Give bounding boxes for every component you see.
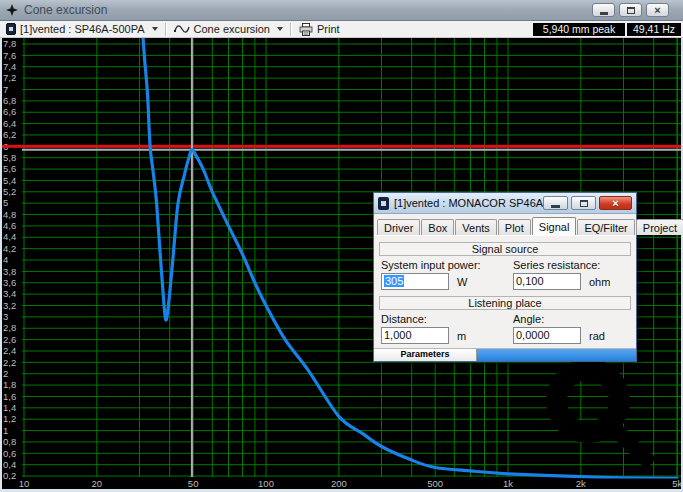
y-tick-label: 6,8 <box>3 95 16 106</box>
y-tick-label: 7,6 <box>3 50 16 61</box>
y-tick-label: 6,4 <box>3 118 16 129</box>
y-tick-label: 3,4 <box>3 288 16 299</box>
minimize-icon <box>551 205 560 208</box>
x-tick-label: 20 <box>92 478 103 489</box>
tab-eq-filter[interactable]: EQ/Filter <box>577 219 634 235</box>
y-tick-label: 7,4 <box>3 61 16 72</box>
dialog-titlebar[interactable]: [1]vented : MONACOR SP46A-500PA × <box>374 193 636 214</box>
y-tick-label: 0,4 <box>3 459 16 470</box>
dialog-title: [1]vented : MONACOR SP46A-500PA <box>394 197 543 209</box>
distance-field[interactable]: 1,000 <box>381 327 449 344</box>
parameters-tab[interactable]: Parameters <box>374 349 477 361</box>
y-tick-label: 4,8 <box>3 209 16 220</box>
dialog-maximize-button[interactable] <box>571 196 596 210</box>
y-tick-label: 4,4 <box>3 231 16 242</box>
x-tick-label: 10 <box>19 478 30 489</box>
x-tick-label: 50 <box>188 478 199 489</box>
y-tick-label: 5,6 <box>3 163 16 174</box>
dialog-bottom-bar: Parameters <box>374 348 636 361</box>
dialog-icon <box>378 197 389 210</box>
y-tick-label: 1,6 <box>3 391 16 402</box>
tab-project[interactable]: Project <box>636 219 683 235</box>
y-tick-label: 1,2 <box>3 413 16 424</box>
y-tick-label: 4 <box>3 254 8 265</box>
system-input-power-value: 305 <box>384 275 404 287</box>
y-tick-label: 1,4 <box>3 402 16 413</box>
y-tick-label: 7 <box>3 84 8 95</box>
excursion-limit-line <box>2 145 681 148</box>
power-unit-label: W <box>457 276 467 288</box>
y-tick-label: 5 <box>3 197 8 208</box>
system-input-power-label: System input power: <box>381 259 481 271</box>
x-tick-label: 500 <box>427 478 443 489</box>
tab-vents[interactable]: Vents <box>455 219 497 235</box>
x-tick-label: 1k <box>503 478 513 489</box>
y-tick-label: 7,2 <box>3 72 16 83</box>
x-tick-label: 200 <box>331 478 347 489</box>
y-tick-label: 2,2 <box>3 357 16 368</box>
y-tick-label: 2,4 <box>3 345 16 356</box>
y-tick-label: 0,8 <box>3 436 16 447</box>
y-tick-label: 0,6 <box>3 448 16 459</box>
signal-dialog: [1]vented : MONACOR SP46A-500PA × Driver… <box>373 192 637 362</box>
dialog-body: Signal source System input power: Series… <box>374 235 636 348</box>
system-input-power-field[interactable]: 305 <box>381 273 449 290</box>
y-tick-label: 5,4 <box>3 175 16 186</box>
series-resistance-label: Series resistance: <box>513 259 600 271</box>
dialog-close-button[interactable]: × <box>599 196 632 210</box>
series-resistance-field[interactable]: 0,100 <box>513 273 581 290</box>
y-tick-label: 5,8 <box>3 152 16 163</box>
y-tick-label: 7,8 <box>3 38 16 49</box>
window-border-left <box>0 38 2 492</box>
y-tick-label: 1,8 <box>3 379 16 390</box>
tab-driver[interactable]: Driver <box>377 219 420 235</box>
y-tick-label: 3,8 <box>3 266 16 277</box>
cursor-vertical-line <box>191 38 193 477</box>
tab-signal[interactable]: Signal <box>532 217 577 235</box>
cone-excursion-window: 0,20,40,60,811,21,41,61,822,22,42,62,833… <box>0 0 683 492</box>
tab-plot[interactable]: Plot <box>498 219 531 235</box>
angle-field[interactable]: 0,0000 <box>513 327 581 344</box>
y-tick-label: 6,6 <box>3 106 16 117</box>
tab-box[interactable]: Box <box>421 219 454 235</box>
y-tick-label: 2,6 <box>3 334 16 345</box>
distance-unit-label: m <box>457 330 466 342</box>
x-tick-label: 2k <box>576 478 586 489</box>
dialog-minimize-button[interactable] <box>543 196 568 210</box>
y-tick-label: 2 <box>3 368 8 379</box>
y-tick-label: 0,2 <box>3 470 16 481</box>
bottom-progress-bar <box>477 349 636 361</box>
angle-label: Angle: <box>513 313 544 325</box>
dialog-tab-strip: Driver Box Vents Plot Signal EQ/Filter P… <box>374 214 636 235</box>
angle-unit-label: rad <box>589 330 605 342</box>
close-icon: × <box>612 198 618 208</box>
cursor-horizontal-line <box>22 149 681 151</box>
maximize-icon <box>580 200 588 207</box>
y-tick-label: 3,2 <box>3 300 16 311</box>
y-tick-label: 4,2 <box>3 243 16 254</box>
y-tick-label: 4,6 <box>3 220 16 231</box>
group-header-signal-source: Signal source <box>379 242 631 256</box>
y-tick-label: 3 <box>3 311 8 322</box>
resistance-unit-label: ohm <box>589 276 610 288</box>
y-tick-label: 1 <box>3 425 8 436</box>
y-tick-label: 3,6 <box>3 277 16 288</box>
y-tick-label: 2,8 <box>3 322 16 333</box>
y-tick-label: 5,2 <box>3 186 16 197</box>
x-tick-label: 100 <box>258 478 274 489</box>
distance-label: Distance: <box>381 313 427 325</box>
y-tick-label: 6,2 <box>3 129 16 140</box>
group-header-listening-place: Listening place <box>379 296 631 310</box>
